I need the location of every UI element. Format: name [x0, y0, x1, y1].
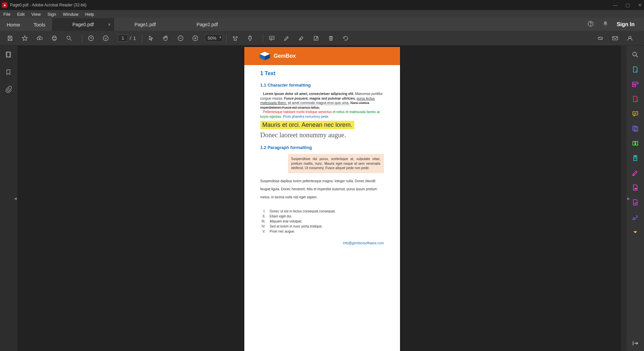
svg-point-2: [67, 36, 70, 39]
separator: [226, 34, 227, 43]
list-item: Aliquam erat volutpat.: [266, 219, 384, 223]
edit-pdf-icon[interactable]: [632, 81, 639, 88]
minimize-button[interactable]: ―: [613, 2, 617, 8]
document-tab-2[interactable]: Page2.pdf: [176, 18, 238, 31]
double-spaced-paragraph: Suspendisse dapibus lorem pellentesque m…: [260, 177, 384, 201]
page-total: 1: [133, 36, 136, 41]
svg-rect-15: [633, 85, 636, 87]
list-item: Proin nec augue.: [266, 230, 384, 233]
titlebar: Page0.pdf - Adobe Acrobat Reader (32-bit…: [0, 0, 644, 10]
brand-label: GemBox: [274, 53, 296, 59]
export-pdf-icon[interactable]: [632, 66, 639, 73]
signin-button[interactable]: Sign In: [617, 21, 635, 28]
scrollbar[interactable]: [621, 46, 627, 351]
star-icon[interactable]: [19, 33, 30, 44]
delete-icon[interactable]: [326, 33, 336, 44]
help-icon[interactable]: [587, 20, 594, 29]
tab-strip: Home Tools Page0.pdf × Page1.pdf Page2.p…: [0, 18, 644, 31]
justified-box: Suspendisse dui purus, scelerisque at, v…: [288, 154, 384, 173]
toolbar: / 1 50%: [0, 31, 644, 46]
thumbnails-icon[interactable]: [5, 51, 13, 59]
document-tab-0[interactable]: Page0.pdf ×: [52, 18, 114, 31]
svg-rect-21: [635, 188, 637, 190]
tools-tab[interactable]: Tools: [27, 18, 52, 31]
right-tools-rail: ▶: [627, 46, 644, 351]
zoom-select[interactable]: 50%: [205, 34, 223, 42]
menu-edit[interactable]: Edit: [17, 12, 24, 17]
expand-right-rail-icon[interactable]: ▶: [627, 197, 630, 200]
home-tab[interactable]: Home: [0, 18, 27, 31]
protect-pdf-icon[interactable]: [632, 184, 639, 191]
bookmark-icon[interactable]: [5, 68, 13, 77]
roman-list: Donec ut est in lectus consequat consequ…: [266, 209, 384, 233]
zoom-in-icon[interactable]: [190, 33, 201, 44]
document-tab-1[interactable]: Page1.pdf: [114, 18, 176, 31]
menu-help[interactable]: Help: [85, 12, 94, 17]
section-heading-1: 1 Text: [260, 70, 384, 77]
svg-rect-19: [633, 142, 635, 145]
footer-email: info@gemboxsoftware.com: [260, 241, 384, 245]
cloud-upload-icon[interactable]: [34, 33, 45, 44]
page-header: GemBox: [244, 47, 400, 65]
stamp-icon[interactable]: [311, 33, 321, 44]
collapse-rail-icon[interactable]: [632, 340, 639, 347]
create-pdf-icon[interactable]: [632, 95, 639, 103]
pdf-page: GemBox 1 Text 1.1 Character formatting L…: [244, 47, 400, 351]
page-down-icon[interactable]: [100, 33, 111, 44]
maximize-button[interactable]: ▢: [626, 2, 630, 8]
comment-icon[interactable]: [266, 33, 277, 44]
attachment-icon[interactable]: [5, 86, 13, 94]
page-input[interactable]: [118, 35, 128, 42]
expand-left-rail-icon[interactable]: ◀: [14, 197, 17, 200]
highlight-pen-icon[interactable]: [281, 33, 292, 44]
menu-file[interactable]: File: [3, 12, 10, 17]
email-icon[interactable]: [610, 33, 621, 44]
sign-tool-icon[interactable]: [632, 213, 639, 221]
svg-rect-20: [636, 142, 638, 145]
sign-pen-icon[interactable]: [296, 33, 307, 44]
separator: [263, 34, 263, 43]
svg-rect-14: [633, 82, 638, 84]
char-format-paragraph: Lorem ipsum dolor sit amet, consectetuer…: [260, 92, 384, 119]
select-arrow-icon[interactable]: [146, 33, 156, 44]
fit-width-icon[interactable]: [230, 33, 241, 44]
separator: [82, 34, 82, 43]
close-button[interactable]: ✕: [638, 2, 642, 8]
svg-point-12: [633, 52, 637, 56]
list-item: Etiam eget dui.: [266, 214, 384, 218]
document-viewport[interactable]: GemBox 1 Text 1.1 Character formatting L…: [17, 46, 627, 351]
document-tab-label: Page1.pdf: [135, 22, 156, 27]
page-up-icon[interactable]: [86, 33, 96, 44]
organize-pages-icon[interactable]: [632, 140, 639, 147]
rotate-icon[interactable]: [340, 33, 351, 44]
page-sep: /: [130, 36, 131, 41]
window-title: Page0.pdf - Adobe Acrobat Reader (32-bit…: [10, 3, 86, 7]
save-icon[interactable]: [5, 33, 15, 44]
workspace: ◀ GemBox 1 Text 1.1 Character formatting…: [0, 46, 644, 351]
cursive-text: Donec laoreet nonummy augue.: [260, 131, 384, 139]
scroll-mode-icon[interactable]: [245, 33, 255, 44]
menu-window[interactable]: Window: [63, 12, 78, 17]
menu-sign[interactable]: Sign: [47, 12, 56, 17]
compress-pdf-icon[interactable]: [632, 154, 639, 162]
menu-view[interactable]: View: [31, 12, 41, 17]
print-icon[interactable]: [49, 33, 60, 44]
menubar: File Edit View Sign Window Help: [0, 10, 644, 18]
account-icon[interactable]: [625, 33, 635, 44]
svg-point-3: [89, 36, 94, 41]
zoom-out-icon[interactable]: [175, 33, 186, 44]
fill-sign-icon[interactable]: [632, 199, 639, 206]
link-icon[interactable]: [595, 33, 606, 44]
hand-icon[interactable]: [160, 33, 171, 44]
close-tab-icon[interactable]: ×: [108, 22, 111, 27]
email-link[interactable]: info@gemboxsoftware.com: [343, 241, 384, 245]
search-tool-icon[interactable]: [632, 51, 639, 58]
redact-icon[interactable]: [632, 169, 639, 177]
svg-point-1: [590, 25, 591, 25]
find-icon[interactable]: [64, 33, 75, 44]
comment-tool-icon[interactable]: [632, 110, 639, 117]
bell-icon[interactable]: [602, 20, 609, 29]
svg-point-4: [103, 36, 108, 41]
more-tools-icon[interactable]: [632, 228, 639, 236]
combine-files-icon[interactable]: [632, 125, 639, 132]
